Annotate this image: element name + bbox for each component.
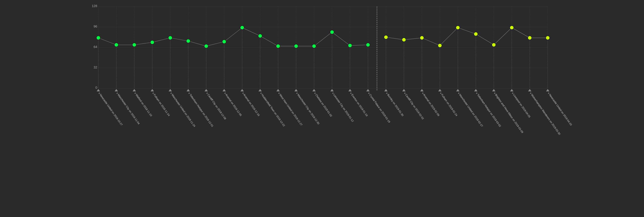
svg-point-76: [312, 44, 316, 48]
svg-text:128: 128: [92, 4, 97, 8]
svg-point-74: [276, 44, 280, 48]
svg-point-86: [492, 43, 496, 47]
svg-point-77: [330, 30, 334, 34]
svg-point-89: [546, 36, 550, 40]
svg-point-69: [186, 39, 190, 43]
svg-point-70: [204, 44, 208, 48]
svg-point-87: [510, 26, 514, 30]
svg-point-82: [420, 36, 424, 40]
svg-point-64: [96, 36, 100, 40]
svg-point-84: [456, 26, 460, 30]
svg-point-80: [384, 35, 388, 39]
svg-point-67: [150, 40, 154, 44]
svg-point-66: [132, 43, 136, 47]
svg-rect-0: [91, 4, 553, 160]
line-chart: 0326496128v Newcastle United on 2018-10-…: [12, 4, 632, 160]
chart-container: 0326496128v Newcastle United on 2018-10-…: [0, 0, 644, 217]
svg-point-68: [168, 36, 172, 40]
svg-point-79: [366, 43, 370, 47]
svg-point-71: [222, 40, 226, 44]
svg-point-75: [294, 44, 298, 48]
svg-point-81: [402, 38, 406, 42]
svg-text:96: 96: [94, 24, 97, 28]
svg-text:32: 32: [94, 66, 97, 69]
svg-text:0: 0: [96, 86, 97, 90]
svg-text:64: 64: [94, 45, 97, 49]
svg-point-65: [114, 43, 118, 47]
svg-point-78: [348, 44, 352, 48]
svg-point-85: [474, 32, 478, 36]
svg-point-73: [258, 34, 262, 38]
svg-point-88: [528, 36, 532, 40]
svg-point-83: [438, 44, 442, 48]
svg-point-72: [240, 26, 244, 30]
